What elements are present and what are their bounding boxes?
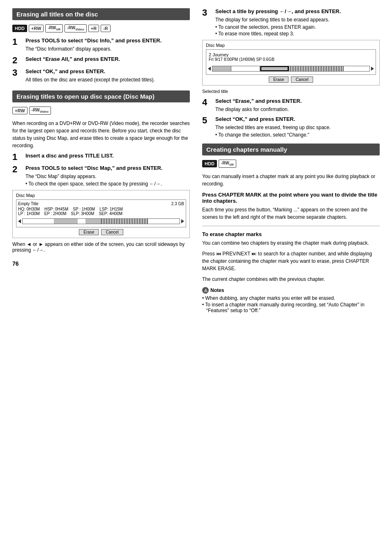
step-content-2: Select “Erase All,” and press ENTER. xyxy=(25,56,190,63)
badge-row-2: +RW -RWVideo xyxy=(12,107,190,115)
section2-body: When recording on a DVD+RW or DVD-RW (Vi… xyxy=(12,120,190,149)
bar-seg-white-1 xyxy=(23,219,54,224)
step-title-3: Select “OK,” and press ENTER. xyxy=(25,68,190,75)
disc-map-box-left: Disc Map Empty Title 2.3 GB HQ: 0H30M HS… xyxy=(12,190,190,238)
step-5-right: 5 Select “OK,” and press ENTER. The sele… xyxy=(202,116,380,138)
disc-map-label-right: Disc Map xyxy=(206,43,376,48)
note-0: When dubbing, any chapter marks you ente… xyxy=(202,295,380,301)
chapters-sub-heading: Press CHAPTER MARK at the point where yo… xyxy=(202,192,380,204)
bar-seg-white-r1 xyxy=(231,66,260,71)
step-3-right: 3 Select a title by pressing ←/→, and pr… xyxy=(202,8,380,37)
disc-map-inner-right: 2 Journey Fri 9/17 8:00PM (1H00M) SP 0.6… xyxy=(206,49,376,75)
section-creating-chapters: Creating chapters manually HDD -RWVR You… xyxy=(202,144,380,313)
bar-seg-white-3 xyxy=(148,219,180,224)
badge-hdd-1: HDD xyxy=(12,25,27,32)
badge-hdd-chapters: HDD xyxy=(202,160,217,167)
badge-plus-rw-2: +RW xyxy=(12,107,28,114)
notes-icon: ⚠ xyxy=(202,287,209,294)
bar-arrow-left[interactable] xyxy=(18,219,21,223)
scroll-note: When ◄ or ► appears on either side of th… xyxy=(12,241,190,253)
disc-map-inner-left: Empty Title 2.3 GB HQ: 0H30M HSP: 0H45M … xyxy=(16,199,186,227)
badge-row-1: HDD +RW -RWVR -RWVideo +R -R xyxy=(12,24,190,32)
section-erase-all: Erasing all titles on the disc HDD +RW -… xyxy=(12,8,190,83)
step-num-dm1: 1 xyxy=(12,153,24,162)
erase-chapter-heading: To erase chapter marks xyxy=(202,231,380,237)
badge-plus-r-1: +R xyxy=(88,25,99,32)
step-desc-1: The “Disc Information” display appears. xyxy=(25,46,190,53)
step-content-dm2: Press TOOLS to select “Disc Map,” and pr… xyxy=(25,165,190,187)
chapters-sub-body: Each time you press the button, “Marking… xyxy=(202,206,380,221)
bar-arrow-left-r[interactable] xyxy=(208,67,211,71)
bar-arrow-right[interactable] xyxy=(181,219,184,223)
erase-button-right[interactable]: Erase xyxy=(269,76,288,83)
r3-bullet-0: To cancel the selection, press ENTER aga… xyxy=(215,24,380,30)
disc-map-box-right: Disc Map 2 Journey Fri 9/17 8:00PM (1H00… xyxy=(202,40,380,86)
bar-seg-white-r2 xyxy=(344,66,367,71)
selected-title-label: Selected title xyxy=(202,89,380,94)
step-num-1: 1 xyxy=(12,37,24,46)
creating-chapters-header: Creating chapters manually xyxy=(202,144,380,155)
step-num-2: 2 xyxy=(12,56,24,65)
erase-body3: The current chapter combines with the pr… xyxy=(202,276,380,283)
note-1: To insert a chapter mark manually during… xyxy=(202,302,380,313)
step-title-r3: Select a title by pressing ←/→, and pres… xyxy=(215,8,380,15)
r3-bullet-1: To erase more titles, repeat step 3. xyxy=(215,31,380,37)
section-disc-map-header: Erasing titles to open up disc space (Di… xyxy=(12,90,190,102)
notes-header-row: ⚠ Notes xyxy=(202,287,380,294)
step-desc-r5: The selected titles are erased, freeing … xyxy=(215,124,380,131)
cancel-button-right[interactable]: Cancel xyxy=(291,76,313,83)
step-content-dm1: Insert a disc and press TITLE LIST. xyxy=(25,153,190,160)
step-num-3: 3 xyxy=(12,68,24,77)
bar-seg-white-2 xyxy=(78,219,85,224)
cancel-button-left[interactable]: Cancel xyxy=(101,229,123,235)
step-content-r5: Select “OK,” and press ENTER. The select… xyxy=(215,116,380,138)
step-desc-r4: The display asks for confirmation. xyxy=(215,106,380,113)
badge-minus-rwvr-1: -RWVR xyxy=(45,24,63,32)
step-desc-dm2: The “Disc Map” display appears. xyxy=(25,173,190,180)
notes-section: ⚠ Notes When dubbing, any chapter marks … xyxy=(202,287,380,313)
bar-seg-selected xyxy=(261,66,289,71)
step-2-erase-all: 2 Select “Erase All,” and press ENTER. xyxy=(12,56,190,65)
disc-map-empty-title: Empty Title xyxy=(18,202,38,206)
bar-seg-stripe-1 xyxy=(101,219,148,224)
notes-label: Notes xyxy=(210,287,224,293)
journey-date: Fri 9/17 8:00PM (1H00M) SP 0.6GB xyxy=(209,57,373,62)
step-3-erase-all: 3 Select “OK,” and press ENTER. All titl… xyxy=(12,68,190,83)
badge-minus-rwvideo-2: -RWVideo xyxy=(29,107,51,115)
erase-body1: You can combine two chapters by erasing … xyxy=(202,239,380,247)
section-disc-map: Erasing titles to open up disc space (Di… xyxy=(12,90,190,253)
step-title-2: Select “Erase All,” and press ENTER. xyxy=(25,56,190,63)
disc-map-gb: 2.3 GB xyxy=(171,202,184,206)
right-column: 3 Select a title by pressing ←/→, and pr… xyxy=(202,8,380,321)
step-num-r5: 5 xyxy=(202,116,214,125)
section-erase-all-header: Erasing all titles on the disc xyxy=(12,8,190,20)
step-content-1: Press TOOLS to select “Disc Info,” and p… xyxy=(25,37,190,53)
step-2-discmap: 2 Press TOOLS to select “Disc Map,” and … xyxy=(12,165,190,187)
disc-map-label-left: Disc Map xyxy=(16,193,186,198)
erase-button-left[interactable]: Erase xyxy=(79,229,99,235)
badge-plus-rw-1: +RW xyxy=(29,25,44,32)
step-desc-r3: The display for selecting titles to be e… xyxy=(215,16,380,23)
step-content-r3: Select a title by pressing ←/→, and pres… xyxy=(215,8,380,37)
bar-seg-light-r1 xyxy=(212,66,231,71)
disc-map-hq: HQ: 0H30M HSP: 0H45M SP : 1H00M LSP: 1H1… xyxy=(18,207,123,211)
journey-row: 2 Journey Fri 9/17 8:00PM (1H00M) SP 0.6… xyxy=(208,51,374,63)
badge-row-chapters: HDD -RWVR xyxy=(202,160,380,168)
erase-body2: Press ⏮ PREV/NEXT ⏭ to search for a chap… xyxy=(202,250,380,272)
bar-seg-stripe-r1 xyxy=(288,66,344,71)
badge-minus-r-1: -R xyxy=(101,25,111,32)
bar-seg-light-2 xyxy=(85,219,101,224)
step-title-1: Press TOOLS to select “Disc Info,” and p… xyxy=(25,37,190,44)
step-desc-3: All titles on the disc are erased (excep… xyxy=(25,76,190,83)
chapters-body: You can manually insert a chapter mark a… xyxy=(202,173,380,188)
disc-map-bar-right xyxy=(212,66,370,72)
bar-arrow-right-r[interactable] xyxy=(371,67,374,71)
badge-minus-rwvideo-1: -RWVideo xyxy=(65,24,86,32)
dm2-bullet-0: To check the open space, select the spac… xyxy=(25,181,190,187)
journey-name: 2 Journey xyxy=(209,52,373,57)
disc-map-buttons-right: Erase Cancel xyxy=(206,76,376,83)
divider-1 xyxy=(202,226,380,226)
step-title-r5: Select “OK,” and press ENTER. xyxy=(215,116,380,123)
step-title-r4: Select “Erase,” and press ENTER. xyxy=(215,98,380,105)
disc-map-bar-left xyxy=(22,218,180,224)
